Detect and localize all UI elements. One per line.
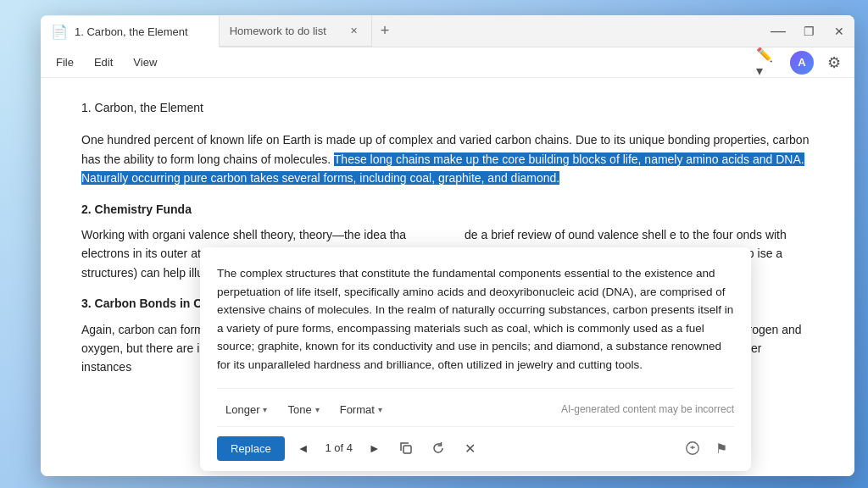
next-nav-button[interactable]: ►	[363, 436, 387, 460]
menu-edit[interactable]: Edit	[86, 53, 121, 72]
menu-view[interactable]: View	[125, 53, 165, 72]
format-dropdown-arrow: ▾	[378, 403, 382, 417]
replace-button[interactable]: Replace	[217, 436, 285, 461]
longer-dropdown[interactable]: Longer ▾	[217, 397, 275, 424]
tab-carbon[interactable]: 📄 1. Carbon, the Element	[41, 16, 220, 47]
svg-rect-0	[403, 446, 411, 453]
ai-popup-text: The complex structures that constitute t…	[217, 264, 734, 374]
ai-popup: The complex structures that constitute t…	[200, 247, 751, 471]
dislike-button[interactable]	[680, 435, 705, 461]
longer-dropdown-arrow: ▾	[263, 403, 267, 417]
title-bar-drag	[402, 15, 763, 47]
tab-close-carbon[interactable]	[195, 25, 209, 38]
section-2-heading: 2. Chemistry Funda	[81, 200, 814, 219]
tab-homework[interactable]: Homework to do list ✕	[220, 15, 372, 47]
tab-area: 📄 1. Carbon, the Element Homework to do …	[41, 15, 402, 47]
minimize-button[interactable]: —	[763, 19, 793, 43]
doc-main-title: 1. Carbon, the Element	[81, 98, 814, 117]
flag-button[interactable]: ⚑	[709, 435, 734, 461]
nav-count: 1 of 4	[322, 440, 356, 458]
format-dropdown[interactable]: Format ▾	[331, 397, 391, 424]
maximize-button[interactable]: ❐	[793, 19, 824, 43]
prev-nav-button[interactable]: ◄	[292, 436, 315, 460]
right-action-buttons: ⚑	[680, 435, 734, 461]
tab-close-homework[interactable]: ✕	[348, 24, 361, 37]
tone-dropdown[interactable]: Tone ▾	[279, 397, 327, 424]
tab-label-carbon: 1. Carbon, the Element	[75, 25, 188, 38]
title-bar: 📄 1. Carbon, the Element Homework to do …	[41, 15, 854, 47]
ai-disclaimer: AI-generated content may be incorrect	[561, 402, 734, 418]
ai-popup-toolbar: Longer ▾ Tone ▾ Format ▾ AI-generated co…	[217, 388, 734, 424]
copy-button[interactable]	[393, 435, 419, 461]
refresh-button[interactable]	[426, 435, 451, 461]
tab-label-homework: Homework to do list	[230, 25, 326, 37]
pen-icon[interactable]: ✏️ ▾	[756, 49, 783, 76]
tone-dropdown-arrow: ▾	[315, 403, 320, 417]
app-window: 📄 1. Carbon, the Element Homework to do …	[41, 15, 854, 476]
menu-file[interactable]: File	[47, 53, 82, 72]
avatar[interactable]: A	[790, 51, 814, 75]
tab-add-button[interactable]: +	[372, 15, 398, 47]
menu-right: ✏️ ▾ A ⚙	[756, 49, 848, 76]
menu-bar: File Edit View ✏️ ▾ A ⚙	[41, 47, 854, 78]
settings-icon[interactable]: ⚙	[821, 49, 848, 76]
tab-icon: 📄	[51, 24, 68, 40]
document-content: 1. Carbon, the Element One hundred perce…	[41, 78, 854, 476]
close-popup-button[interactable]: ✕	[458, 435, 483, 461]
doc-paragraph-1: One hundred percent of known life on Ear…	[81, 130, 814, 187]
close-button[interactable]: ✕	[824, 19, 854, 43]
window-controls: — ❐ ✕	[763, 15, 854, 47]
replace-bar: Replace ◄ 1 of 4 ► ✕ ⚑	[217, 426, 734, 461]
